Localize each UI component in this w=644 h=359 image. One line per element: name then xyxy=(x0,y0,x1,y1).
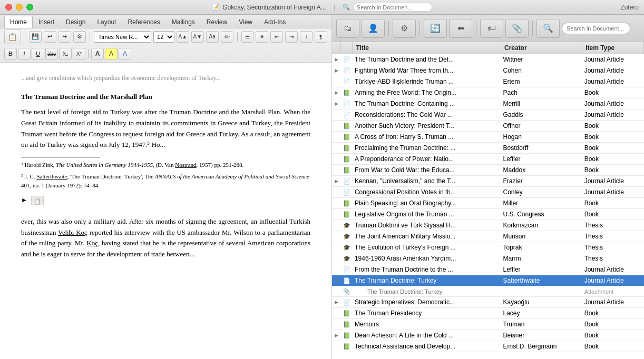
settings-button[interactable]: ⚙ xyxy=(73,31,86,43)
expand-cell[interactable] xyxy=(332,308,341,319)
bold-button[interactable]: B xyxy=(4,48,17,59)
table-row[interactable]: ▶📄Strategic Imperatives, Democratic...Ka… xyxy=(332,297,644,308)
maximize-button[interactable] xyxy=(26,4,33,11)
expand-cell[interactable] xyxy=(332,198,341,209)
table-row[interactable]: 📗From War to Cold War: the Educa...Maddo… xyxy=(332,165,644,176)
subscript-button[interactable]: X₂ xyxy=(59,48,72,59)
table-row[interactable]: 🎓The Evolution of Turkey's Foreign ...To… xyxy=(332,242,644,253)
expand-cell[interactable]: ▼ xyxy=(332,275,341,286)
table-row[interactable]: 🎓1946-1960 Arası Amerikan Yardım...Marım… xyxy=(332,253,644,264)
table-row[interactable]: 🎓Truman Doktrini ve Türk Siyasal H...Kor… xyxy=(332,220,644,231)
tab-insert[interactable]: Insert xyxy=(33,16,60,28)
table-row[interactable]: 📗Plain Speaking: an Oral Biography...Mil… xyxy=(332,198,644,209)
table-row[interactable]: 🎓The Joint American Military Missio...Mu… xyxy=(332,231,644,242)
redo-button[interactable]: ↪ xyxy=(58,31,71,43)
font-size-select[interactable]: 12 xyxy=(153,31,174,43)
expand-cell[interactable] xyxy=(332,165,341,176)
expand-cell[interactable] xyxy=(332,231,341,242)
table-row[interactable]: 📗A Preponderance of Power: Natio...Leffl… xyxy=(332,154,644,165)
expand-cell[interactable]: ▶ xyxy=(332,330,341,341)
indent-increase-button[interactable]: ⇥ xyxy=(285,31,298,43)
item-title[interactable]: Türkiye-ABD İlişkilerinde Truman ... xyxy=(353,76,501,87)
item-title[interactable]: A Cross of Iron: Harry S. Truman ... xyxy=(353,132,501,143)
clear-format-button[interactable]: ✏ xyxy=(221,31,233,43)
strikethrough-button[interactable]: abc xyxy=(45,48,58,59)
item-title[interactable]: Legislative Origins of the Truman ... xyxy=(353,209,501,220)
item-title[interactable]: The Truman Doctrine and the Def... xyxy=(353,54,501,65)
expand-cell[interactable] xyxy=(332,187,341,198)
expand-cell[interactable] xyxy=(332,286,341,297)
expand-cell[interactable] xyxy=(332,143,341,154)
close-button[interactable] xyxy=(5,4,12,11)
table-row[interactable]: ▶📄The Truman Doctrine: Containing ...Mer… xyxy=(332,98,644,109)
tab-addins[interactable]: Add-Ins xyxy=(258,16,291,28)
item-title[interactable]: Strategic Imperatives, Democratic... xyxy=(353,297,501,308)
item-title[interactable]: The Evolution of Turkey's Foreign ... xyxy=(353,242,501,253)
expand-cell[interactable]: ▶ xyxy=(332,176,341,187)
font-family-select[interactable]: Times New R... xyxy=(94,31,152,43)
document-search-input[interactable] xyxy=(353,3,432,12)
expand-cell[interactable] xyxy=(332,242,341,253)
tab-layout[interactable]: Layout xyxy=(91,16,122,28)
expand-cell[interactable] xyxy=(332,76,341,87)
minimize-button[interactable] xyxy=(16,4,23,11)
expand-cell[interactable] xyxy=(332,209,341,220)
expand-cell[interactable] xyxy=(332,154,341,165)
zotero-add-button[interactable]: 👤 xyxy=(362,19,385,38)
table-row[interactable]: 📗MemoirsTrumanBook xyxy=(332,319,644,330)
item-title[interactable]: The Joint American Military Missio... xyxy=(353,231,501,242)
table-row[interactable]: ▼📄The Truman Doctrine: TurkeySatterthwai… xyxy=(332,275,644,286)
item-title[interactable]: Dean Acheson: A Life in the Cold ... xyxy=(353,330,501,341)
tab-design[interactable]: Design xyxy=(60,16,91,28)
table-row[interactable]: 📗Legislative Origins of the Truman ...U.… xyxy=(332,209,644,220)
tab-mailings[interactable]: Mailings xyxy=(166,16,201,28)
expand-cell[interactable] xyxy=(332,264,341,275)
tab-view[interactable]: View xyxy=(233,16,258,28)
tab-references[interactable]: References xyxy=(122,16,165,28)
shrink-font-button[interactable]: A▼ xyxy=(191,31,204,43)
item-title[interactable]: A Preponderance of Power: Natio... xyxy=(353,154,501,165)
italic-button[interactable]: I xyxy=(18,48,31,59)
item-title[interactable]: Reconsiderations: The Cold War ... xyxy=(353,109,501,121)
expand-cell[interactable]: ▶ xyxy=(332,87,341,98)
col-title[interactable]: Title xyxy=(353,42,501,54)
table-row[interactable]: ▶📄Fighting World War Three from th...Coh… xyxy=(332,65,644,76)
col-item-type[interactable]: Item Type xyxy=(582,42,644,54)
item-title[interactable]: Memoirs xyxy=(353,319,501,330)
item-title[interactable]: From War to Cold War: the Educa... xyxy=(353,165,501,176)
item-title[interactable]: Truman Doktrini ve Türk Siyasal H... xyxy=(353,220,501,231)
underline-button[interactable]: U xyxy=(32,48,44,59)
expand-cell[interactable] xyxy=(332,341,341,352)
item-title[interactable]: From the Truman Doctrine to the ... xyxy=(353,264,501,275)
expand-cell[interactable]: ▶ xyxy=(332,54,341,65)
item-title[interactable]: Fighting World War Three from th... xyxy=(353,65,501,76)
zotero-sync-button[interactable]: 🔄 xyxy=(424,19,447,38)
item-title[interactable]: 1946-1960 Arası Amerikan Yardım... xyxy=(353,253,501,264)
zotero-search-button[interactable]: 🔍 xyxy=(536,19,560,38)
expand-cell[interactable]: ▶ xyxy=(332,65,341,76)
expand-cell[interactable] xyxy=(332,121,341,132)
table-row[interactable]: 📗The Truman PresidencyLaceyBook xyxy=(332,308,644,319)
font-color-button[interactable]: A xyxy=(91,48,104,59)
zotero-library-button[interactable]: 🗂 xyxy=(336,19,359,38)
item-title[interactable]: Kennan, "Universalism," and the T... xyxy=(353,176,501,187)
paste-button[interactable]: 📋 xyxy=(4,29,21,44)
item-title[interactable]: The Truman Doctrine: Containing ... xyxy=(353,98,501,109)
table-row[interactable]: 📄Congressional Position Votes in th...Co… xyxy=(332,187,644,198)
table-row[interactable]: ▶📗Arming the Free World: The Origin...Pa… xyxy=(332,87,644,98)
item-title[interactable]: Arming the Free World: The Origin... xyxy=(353,87,501,98)
undo-button[interactable]: ↩ xyxy=(44,31,56,43)
table-row[interactable]: 📗Another Such Victory: President T...Off… xyxy=(332,121,644,132)
table-row[interactable]: 📄Türkiye-ABD İlişkilerinde Truman ...Ert… xyxy=(332,76,644,87)
table-row[interactable]: 📗Proclaiming the Truman Doctrine: ...Bos… xyxy=(332,143,644,154)
item-title[interactable]: Congressional Position Votes in th... xyxy=(353,187,501,198)
highlight-color-button[interactable]: A xyxy=(105,48,118,59)
table-row[interactable]: 📄Reconsiderations: The Cold War ...Gaddi… xyxy=(332,109,644,121)
item-title[interactable]: Plain Speaking: an Oral Biography... xyxy=(353,198,501,209)
zotero-search-input[interactable] xyxy=(562,23,630,34)
expand-cell[interactable]: ▶ xyxy=(332,297,341,308)
zotero-related-button[interactable]: 📎 xyxy=(505,19,529,38)
table-row[interactable]: 📎The Truman Doctrine: TurkeyAttachment xyxy=(332,286,644,297)
tab-review[interactable]: Review xyxy=(201,16,233,28)
numbering-button[interactable]: ≡ xyxy=(256,31,268,43)
